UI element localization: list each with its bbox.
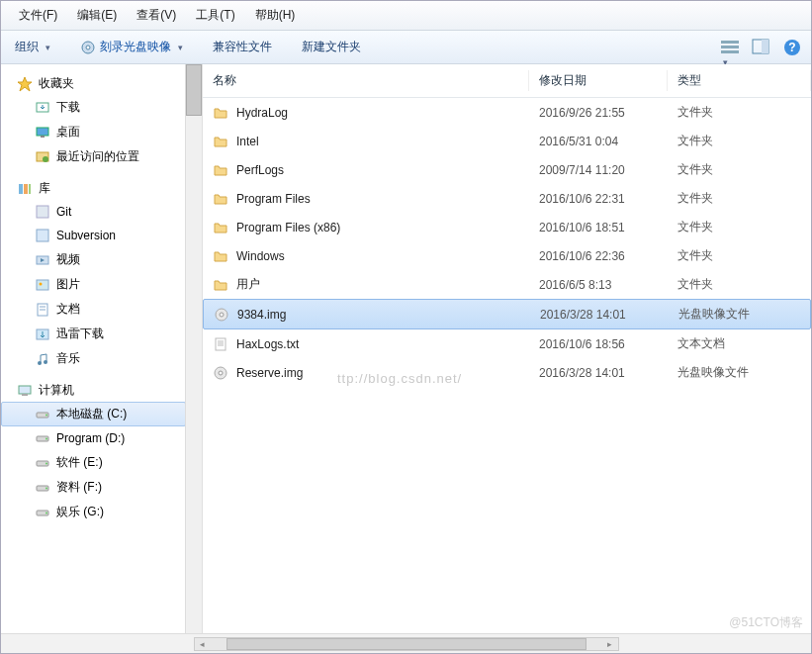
file-row[interactable]: Intel 2016/5/31 0:04 文件夹: [203, 127, 811, 155]
nav-item-libraries-4[interactable]: 文档: [1, 297, 186, 322]
video-icon: [35, 252, 50, 268]
nav-scrollbar[interactable]: [185, 64, 202, 643]
file-type: 文件夹: [668, 159, 811, 180]
lib-icon: [17, 181, 33, 197]
file-type: 文件夹: [668, 102, 811, 123]
nav-item-libraries-3[interactable]: 图片: [1, 272, 186, 297]
file-name: Windows: [236, 249, 285, 263]
svg-point-43: [220, 313, 224, 317]
file-list-pane: 名称 修改日期 类型 HydraLog 2016/9/26 21:55 文件夹 …: [203, 64, 811, 643]
svg-point-49: [219, 371, 223, 375]
status-bar: [1, 633, 811, 653]
file-name: 9384.img: [237, 308, 286, 322]
file-row[interactable]: 用户 2016/6/5 8:13 文件夹: [203, 270, 811, 299]
file-date: 2016/9/26 21:55: [529, 104, 668, 122]
computer-icon: [17, 383, 33, 399]
toolbar: 组织 刻录光盘映像 兼容性文件 新建文件夹 ?: [1, 31, 811, 64]
menu-edit[interactable]: 编辑(E): [67, 5, 127, 26]
file-type: 文件夹: [668, 245, 811, 266]
burn-image-button[interactable]: 刻录光盘映像: [72, 37, 191, 57]
nav-item-libraries-1[interactable]: Subversion: [1, 224, 186, 247]
nav-item-label: 音乐: [56, 350, 80, 367]
nav-item-computer-3[interactable]: 资料 (F:): [1, 475, 186, 500]
nav-group-computer[interactable]: 计算机: [1, 379, 186, 402]
txt-icon: [213, 336, 228, 352]
svg-rect-11: [37, 128, 48, 136]
nav-item-libraries-2[interactable]: 视频: [1, 247, 186, 272]
nav-item-label: 本地磁盘 (C:): [56, 406, 127, 422]
file-date: 2009/7/14 11:20: [529, 161, 668, 179]
column-type[interactable]: 类型: [668, 70, 811, 91]
file-type: 文件夹: [668, 217, 811, 237]
new-folder-button[interactable]: 新建文件夹: [294, 37, 369, 57]
music-icon: [35, 351, 50, 367]
file-row[interactable]: Reserve.img 2016/3/28 14:01 光盘映像文件: [203, 358, 811, 387]
column-name[interactable]: 名称: [203, 70, 529, 91]
nav-item-libraries-0[interactable]: Git: [1, 200, 186, 224]
file-row[interactable]: HydraLog 2016/9/26 21:55 文件夹: [203, 98, 811, 127]
column-date[interactable]: 修改日期: [529, 70, 668, 91]
menu-file[interactable]: 文件(F): [9, 5, 67, 26]
svg-rect-12: [41, 136, 45, 138]
file-date: 2016/10/6 18:51: [529, 219, 668, 236]
file-row[interactable]: Program Files (x86) 2016/10/6 18:51 文件夹: [203, 213, 811, 241]
file-type: 文本文档: [668, 333, 811, 354]
nav-group-libraries[interactable]: 库: [1, 177, 186, 200]
file-row[interactable]: Program Files 2016/10/6 22:31 文件夹: [203, 184, 811, 213]
svg-rect-19: [37, 230, 48, 241]
nav-item-favorites-2[interactable]: 最近访问的位置: [1, 144, 186, 169]
horizontal-scrollbar[interactable]: [194, 637, 619, 651]
nav-item-favorites-0[interactable]: 下载: [1, 95, 186, 120]
file-name: PerfLogs: [236, 163, 284, 177]
svg-rect-17: [29, 184, 31, 194]
folder-icon: [213, 220, 228, 235]
file-date: 2016/3/28 14:01: [529, 364, 668, 382]
svg-rect-15: [19, 184, 23, 194]
svg-rect-31: [22, 394, 28, 396]
file-date: 2016/3/28 14:01: [530, 306, 669, 324]
menu-view[interactable]: 查看(V): [127, 5, 186, 26]
file-name: Program Files: [236, 192, 311, 206]
file-row[interactable]: 9384.img 2016/3/28 14:01 光盘映像文件: [203, 299, 811, 329]
nav-item-computer-4[interactable]: 娱乐 (G:): [1, 500, 186, 524]
svg-text:?: ?: [788, 41, 795, 54]
drive-icon: [35, 505, 50, 520]
svg-rect-3: [721, 46, 739, 48]
nav-item-libraries-5[interactable]: 迅雷下载: [1, 322, 186, 346]
file-row[interactable]: Windows 2016/10/6 22:36 文件夹: [203, 241, 811, 270]
column-headers: 名称 修改日期 类型: [203, 64, 811, 98]
menu-help[interactable]: 帮助(H): [245, 5, 306, 26]
nav-item-computer-0[interactable]: 本地磁盘 (C:): [1, 402, 186, 426]
menubar: 文件(F) 编辑(E) 查看(V) 工具(T) 帮助(H): [1, 1, 811, 31]
nav-item-label: 最近访问的位置: [56, 148, 139, 165]
compat-files-button[interactable]: 兼容性文件: [205, 37, 280, 57]
svg-rect-18: [37, 206, 48, 218]
file-row[interactable]: PerfLogs 2009/7/14 11:20 文件夹: [203, 155, 811, 184]
nav-item-label: 资料 (F:): [56, 479, 102, 496]
organize-button[interactable]: 组织: [7, 37, 58, 57]
nav-item-computer-1[interactable]: Program (D:): [1, 426, 186, 450]
recent-icon: [35, 149, 50, 165]
help-icon[interactable]: ?: [783, 39, 805, 56]
file-row[interactable]: HaxLogs.txt 2016/10/6 18:56 文本文档: [203, 329, 811, 358]
nav-group-label: 库: [39, 180, 50, 197]
preview-pane-button[interactable]: [752, 39, 773, 56]
nav-group-favorites[interactable]: 收藏夹: [1, 72, 186, 95]
download-icon: [35, 100, 50, 116]
nav-item-label: 迅雷下载: [56, 326, 104, 342]
nav-item-libraries-6[interactable]: 音乐: [1, 346, 186, 371]
svg-point-14: [43, 156, 48, 162]
view-mode-button[interactable]: [720, 39, 742, 56]
svg-point-37: [45, 462, 47, 464]
git-icon: [35, 204, 50, 220]
svg-marker-9: [18, 77, 32, 91]
nav-item-computer-2[interactable]: 软件 (E:): [1, 450, 186, 475]
nav-item-favorites-1[interactable]: 桌面: [1, 120, 186, 144]
nav-item-label: 娱乐 (G:): [56, 504, 104, 520]
drive-icon: [35, 430, 50, 446]
svg-point-1: [86, 46, 90, 49]
menu-tools[interactable]: 工具(T): [186, 5, 244, 26]
svg-rect-16: [24, 184, 28, 194]
file-date: 2016/10/6 18:56: [529, 335, 668, 353]
file-name: Reserve.img: [236, 366, 303, 380]
